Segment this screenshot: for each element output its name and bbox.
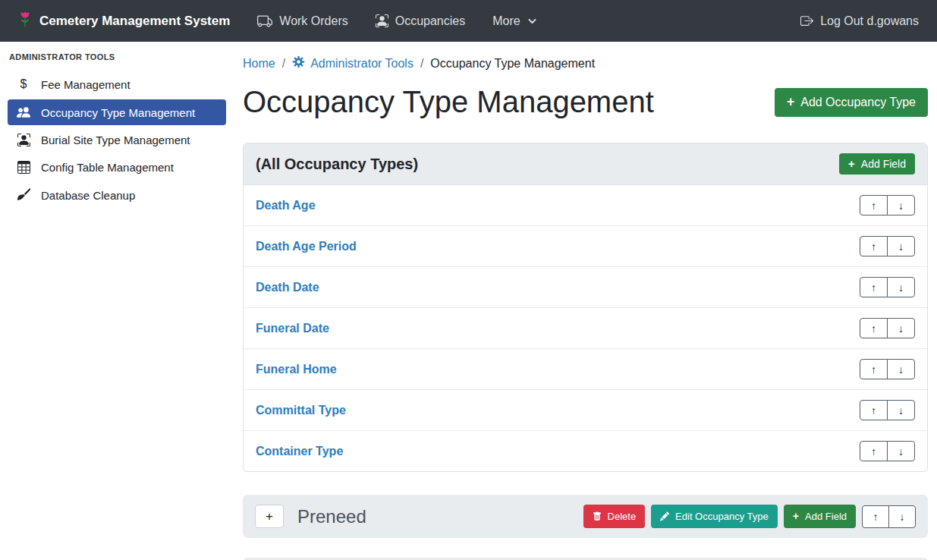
move-down-button[interactable]: ↓	[888, 505, 916, 528]
chevron-down-icon	[527, 16, 537, 26]
delete-button[interactable]: Delete	[583, 505, 646, 528]
reorder-controls: ↑ ↓	[862, 505, 916, 528]
page-header: Occupancy Type Management + Add Occupanc…	[243, 83, 928, 120]
breadcrumb-current: Occupancy Type Management	[430, 57, 595, 71]
move-down-button[interactable]: ↓	[887, 318, 915, 338]
reorder-controls: ↑ ↓	[860, 195, 915, 216]
edit-occupancy-type-label: Edit Occupancy Type	[675, 511, 769, 522]
move-up-button[interactable]: ↑	[860, 277, 888, 297]
add-field-label: Add Field	[861, 158, 906, 170]
reorder-controls: ↑ ↓	[860, 400, 915, 420]
sidebar-heading: ADMINISTRATOR TOOLS	[0, 45, 235, 71]
sidebar-item-fee-management[interactable]: $ Fee Management	[8, 71, 226, 97]
brand[interactable]: Cemetery Management System	[18, 11, 230, 32]
field-link-committal-type[interactable]: Committal Type	[256, 404, 346, 417]
occupancy-type-section-preneed: + Preneed Delete Edit Occupancy Type + A…	[243, 495, 928, 538]
nav-more[interactable]: More	[492, 14, 536, 28]
gear-icon	[292, 55, 305, 71]
person-bounding-box-icon	[376, 14, 388, 27]
field-row: Funeral Home ↑ ↓	[244, 348, 927, 389]
nav-occupancies[interactable]: Occupancies	[376, 14, 466, 28]
breadcrumb-home-label: Home	[243, 57, 275, 71]
field-link-death-date[interactable]: Death Date	[256, 281, 319, 294]
sidebar-item-label: Config Table Management	[41, 161, 174, 174]
field-row: Death Age ↑ ↓	[244, 185, 927, 225]
person-bounding-box-icon	[15, 134, 32, 146]
move-up-button[interactable]: ↑	[860, 441, 888, 461]
field-row: Funeral Date ↑ ↓	[244, 307, 927, 348]
move-up-button[interactable]: ↑	[860, 195, 888, 216]
all-occupancy-types-header: (All Occupancy Types) + Add Field	[244, 143, 927, 185]
sidebar-item-config-table-management[interactable]: Config Table Management	[8, 155, 226, 180]
move-up-button[interactable]: ↑	[860, 318, 888, 338]
plus-icon: +	[848, 158, 855, 169]
plus-icon: +	[793, 511, 799, 521]
table-icon	[15, 161, 32, 174]
breadcrumb: Home / Administrator Tools / Occupanc	[243, 55, 928, 71]
move-up-button[interactable]: ↑	[860, 236, 888, 256]
field-row: Committal Type ↑ ↓	[244, 389, 927, 430]
add-field-button[interactable]: + Add Field	[784, 505, 856, 528]
pencil-icon	[660, 511, 669, 521]
section-controls: Delete Edit Occupancy Type + Add Field ↑…	[583, 505, 916, 528]
broom-icon	[15, 188, 32, 202]
move-up-button[interactable]: ↑	[860, 359, 888, 379]
add-field-label: Add Field	[805, 511, 847, 522]
field-link-container-type[interactable]: Container Type	[256, 445, 343, 458]
nav-work-orders[interactable]: Work Orders	[257, 14, 347, 29]
field-list: Death Age ↑ ↓ Death Age Period ↑ ↓ Death…	[244, 185, 927, 471]
move-down-button[interactable]: ↓	[887, 277, 915, 297]
breadcrumb-home[interactable]: Home	[243, 57, 275, 71]
move-down-button[interactable]: ↓	[887, 236, 915, 256]
field-row: Death Age Period ↑ ↓	[244, 225, 927, 266]
sidebar-item-label: Fee Management	[41, 78, 130, 91]
truck-icon	[257, 14, 272, 29]
section-title: Preneed	[297, 506, 366, 527]
add-occupancy-type-button[interactable]: + Add Occupancy Type	[775, 88, 928, 117]
breadcrumb-separator: /	[282, 57, 285, 71]
reorder-controls: ↑ ↓	[860, 441, 915, 461]
nav-work-orders-label: Work Orders	[279, 14, 347, 28]
all-occupancy-types-card: (All Occupancy Types) + Add Field Death …	[243, 143, 928, 472]
trash-icon	[593, 511, 602, 521]
field-link-funeral-home[interactable]: Funeral Home	[256, 363, 337, 376]
move-up-button[interactable]: ↑	[860, 400, 888, 420]
sidebar: ADMINISTRATOR TOOLS $ Fee Management Occ…	[0, 42, 235, 560]
move-down-button[interactable]: ↓	[887, 359, 915, 379]
sidebar-item-database-cleanup[interactable]: Database Cleanup	[8, 182, 226, 208]
delete-label: Delete	[608, 511, 637, 522]
top-navbar: Cemetery Management System Work Orders O…	[0, 0, 937, 42]
reorder-controls: ↑ ↓	[860, 318, 915, 338]
brand-title: Cemetery Management System	[39, 14, 230, 29]
sidebar-item-label: Burial Site Type Management	[41, 134, 190, 146]
field-link-death-age-period[interactable]: Death Age Period	[256, 240, 357, 253]
flower-logo-icon	[18, 11, 32, 32]
expand-button[interactable]: +	[255, 505, 284, 528]
plus-icon: +	[787, 96, 794, 109]
reorder-controls: ↑ ↓	[860, 359, 915, 379]
edit-occupancy-type-button[interactable]: Edit Occupancy Type	[651, 505, 778, 528]
move-down-button[interactable]: ↓	[887, 195, 915, 216]
reorder-controls: ↑ ↓	[860, 236, 915, 256]
sidebar-item-burial-site-type-management[interactable]: Burial Site Type Management	[8, 127, 226, 153]
sidebar-item-label: Occupancy Type Management	[41, 106, 195, 119]
breadcrumb-administrator-tools[interactable]: Administrator Tools	[292, 55, 413, 71]
field-row: Container Type ↑ ↓	[244, 430, 927, 471]
move-down-button[interactable]: ↓	[887, 441, 915, 461]
field-link-death-age[interactable]: Death Age	[256, 199, 316, 212]
breadcrumb-admin-tools-label: Administrator Tools	[310, 57, 413, 71]
reorder-controls: ↑ ↓	[860, 277, 915, 297]
add-occupancy-type-label: Add Occupancy Type	[800, 96, 916, 109]
main-content: Home / Administrator Tools / Occupanc	[235, 42, 937, 560]
nav-occupancies-label: Occupancies	[395, 14, 466, 28]
people-icon	[15, 105, 32, 119]
move-up-button[interactable]: ↑	[862, 505, 889, 528]
add-field-button[interactable]: + Add Field	[839, 153, 915, 175]
move-down-button[interactable]: ↓	[887, 400, 915, 420]
field-row: Death Date ↑ ↓	[244, 266, 927, 307]
nav-logout[interactable]: Log Out d.gowans	[800, 14, 919, 28]
sidebar-item-occupancy-type-management[interactable]: Occupancy Type Management	[8, 99, 226, 125]
sidebar-item-label: Database Cleanup	[41, 189, 135, 202]
dollar-icon: $	[15, 77, 32, 91]
field-link-funeral-date[interactable]: Funeral Date	[256, 322, 329, 335]
